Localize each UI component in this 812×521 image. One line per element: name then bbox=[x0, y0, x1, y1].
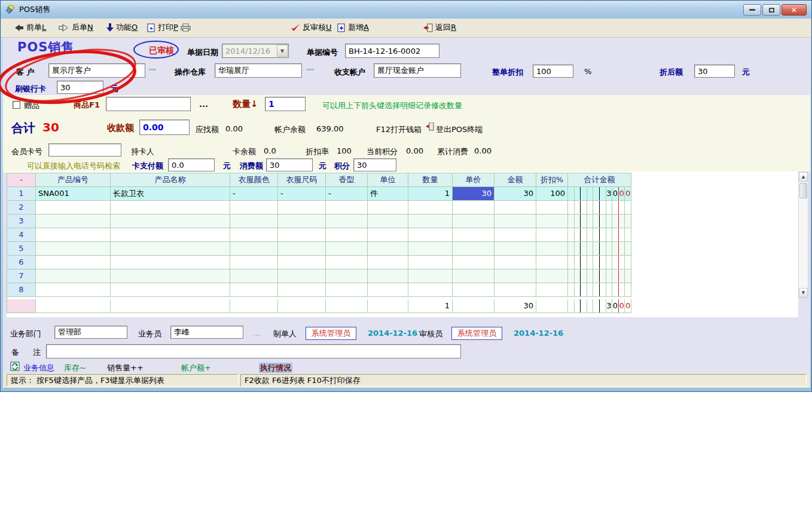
table-cell[interactable] bbox=[111, 256, 230, 269]
docno-input[interactable]: BH-14-12-16-0002 bbox=[345, 44, 439, 58]
customer-input[interactable]: 展示厅客户 bbox=[48, 63, 145, 78]
table-cell[interactable] bbox=[368, 214, 408, 228]
column-header[interactable]: 金额 bbox=[494, 173, 536, 187]
logout-pos-label[interactable]: 登出POS终端 bbox=[436, 124, 483, 135]
table-cell[interactable]: 8 bbox=[7, 283, 36, 297]
column-header[interactable]: 产品编号 bbox=[36, 173, 111, 187]
column-header[interactable]: - bbox=[7, 173, 36, 187]
table-cell[interactable] bbox=[36, 214, 111, 228]
column-header[interactable]: 产品名称 bbox=[111, 173, 230, 187]
unaudit-button[interactable]: 反审核U bbox=[291, 22, 332, 33]
table-cell[interactable] bbox=[453, 242, 494, 256]
gift-checkbox[interactable] bbox=[13, 101, 20, 109]
combo-arrow-icon[interactable]: ▼ bbox=[277, 45, 288, 57]
functions-button[interactable]: 功能O bbox=[106, 22, 138, 33]
table-cell[interactable] bbox=[111, 269, 230, 283]
table-cell[interactable] bbox=[494, 283, 536, 297]
column-header[interactable]: 衣服颜色 bbox=[230, 173, 278, 187]
tab-sales-volume[interactable]: 销售量++ bbox=[107, 363, 144, 373]
table-cell[interactable] bbox=[326, 269, 368, 283]
column-header[interactable]: 香型 bbox=[326, 173, 368, 187]
table-cell[interactable] bbox=[536, 269, 568, 283]
table-cell[interactable] bbox=[368, 283, 408, 297]
scroll-up-icon[interactable]: ▲ bbox=[799, 172, 808, 182]
qty-input[interactable]: 1 bbox=[265, 97, 306, 111]
table-cell[interactable] bbox=[36, 201, 111, 214]
tab-business-info[interactable]: 业务信息 bbox=[23, 363, 54, 373]
table-cell[interactable] bbox=[230, 256, 278, 269]
table-cell[interactable] bbox=[536, 214, 568, 228]
table-cell[interactable]: - bbox=[230, 187, 278, 201]
card-pay-input[interactable]: 0.0 bbox=[168, 158, 215, 171]
customer-browse-button[interactable] bbox=[149, 69, 156, 71]
table-cell[interactable] bbox=[326, 214, 368, 228]
table-cell[interactable]: - bbox=[326, 187, 368, 201]
table-cell[interactable] bbox=[36, 283, 111, 297]
table-cell[interactable] bbox=[494, 242, 536, 256]
tab-account-amount[interactable]: 帐户额+ bbox=[181, 363, 211, 373]
table-cell[interactable] bbox=[230, 242, 278, 256]
table-cell[interactable] bbox=[408, 283, 453, 297]
table-cell[interactable]: 2 bbox=[7, 201, 36, 214]
table-cell[interactable] bbox=[408, 214, 453, 228]
table-cell[interactable]: SNA001 bbox=[36, 187, 111, 201]
table-cell[interactable] bbox=[494, 201, 536, 214]
table-cell[interactable] bbox=[111, 283, 230, 297]
product-ellipsis-button[interactable]: ... bbox=[199, 100, 208, 109]
table-cell[interactable] bbox=[494, 256, 536, 269]
table-cell[interactable] bbox=[36, 269, 111, 283]
table-cell[interactable] bbox=[453, 256, 494, 269]
table-cell[interactable] bbox=[453, 214, 494, 228]
return-button[interactable]: 返回R bbox=[423, 22, 456, 33]
table-cell[interactable]: 100 bbox=[536, 187, 568, 201]
table-cell[interactable] bbox=[408, 201, 453, 214]
table-cell[interactable] bbox=[111, 228, 230, 242]
warehouse-input[interactable]: 华瑞展厅 bbox=[215, 63, 302, 78]
table-cell[interactable] bbox=[536, 228, 568, 242]
table-cell[interactable] bbox=[536, 242, 568, 256]
table-cell[interactable] bbox=[230, 283, 278, 297]
table-cell[interactable] bbox=[326, 242, 368, 256]
close-button[interactable]: ✕ bbox=[782, 4, 807, 16]
column-header[interactable]: 合计金额 bbox=[568, 173, 631, 187]
table-cell[interactable] bbox=[368, 256, 408, 269]
table-cell[interactable] bbox=[36, 256, 111, 269]
table-cell[interactable] bbox=[111, 242, 230, 256]
discount-input[interactable]: 100 bbox=[533, 65, 573, 78]
salesman-input[interactable]: 李峰 bbox=[170, 326, 243, 339]
table-cell[interactable] bbox=[536, 283, 568, 297]
minimize-button[interactable] bbox=[743, 4, 761, 16]
table-cell[interactable]: 4 bbox=[7, 228, 36, 242]
table-cell[interactable] bbox=[368, 201, 408, 214]
tab-inventory[interactable]: 库存~ bbox=[64, 363, 86, 373]
table-cell[interactable] bbox=[536, 256, 568, 269]
table-cell[interactable] bbox=[494, 228, 536, 242]
table-cell[interactable] bbox=[278, 201, 326, 214]
table-cell[interactable]: 3 bbox=[7, 214, 36, 228]
table-cell[interactable]: 1 bbox=[7, 187, 36, 201]
table-cell[interactable] bbox=[278, 269, 326, 283]
table-cell[interactable] bbox=[326, 201, 368, 214]
table-cell[interactable] bbox=[230, 269, 278, 283]
table-cell[interactable] bbox=[36, 242, 111, 256]
table-cell[interactable] bbox=[230, 214, 278, 228]
table-cell[interactable] bbox=[408, 242, 453, 256]
table-cell[interactable] bbox=[326, 283, 368, 297]
table-cell[interactable]: 1 bbox=[408, 187, 453, 201]
salesman-browse-button[interactable]: ... bbox=[253, 329, 260, 338]
column-header[interactable]: 衣服尺码 bbox=[278, 173, 326, 187]
table-cell[interactable] bbox=[453, 269, 494, 283]
table-cell[interactable] bbox=[230, 201, 278, 214]
table-cell[interactable]: 30 bbox=[453, 187, 494, 201]
table-cell[interactable]: 5 bbox=[7, 242, 36, 256]
table-cell[interactable] bbox=[278, 228, 326, 242]
table-cell[interactable] bbox=[111, 214, 230, 228]
table-cell[interactable] bbox=[494, 214, 536, 228]
after-discount-input[interactable]: 30 bbox=[694, 65, 735, 78]
table-cell[interactable]: 6 bbox=[7, 256, 36, 269]
consume-input[interactable]: 30 bbox=[266, 158, 313, 171]
received-input[interactable]: 0.00 bbox=[139, 119, 190, 135]
table-cell[interactable] bbox=[230, 228, 278, 242]
print-button[interactable]: 打印P bbox=[147, 22, 191, 33]
table-cell[interactable] bbox=[111, 201, 230, 214]
